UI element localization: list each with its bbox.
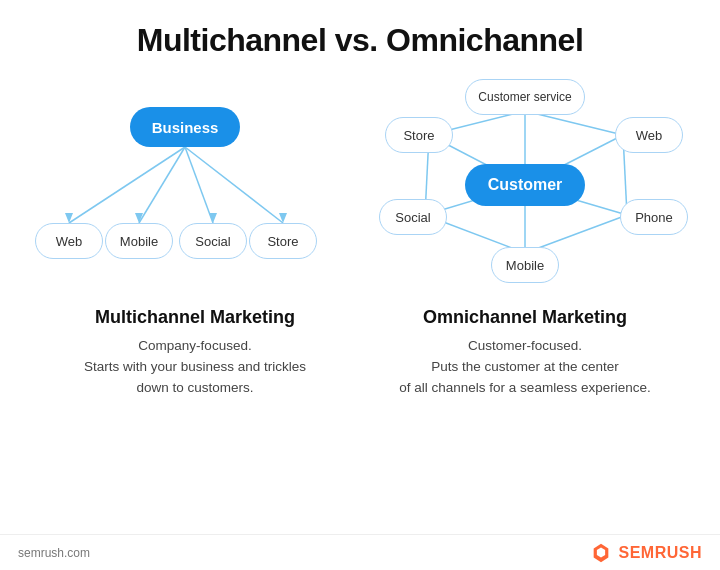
social-node-omni: Social xyxy=(379,199,447,235)
business-node: Business xyxy=(130,107,240,147)
footer: semrush.com SEMRUSH xyxy=(0,534,720,570)
omnichannel-desc: Customer-focused.Puts the customer at th… xyxy=(375,336,675,399)
svg-marker-5 xyxy=(135,213,143,223)
svg-marker-6 xyxy=(209,213,217,223)
labels-row: Multichannel Marketing Company-focused.S… xyxy=(0,295,720,399)
multichannel-label: Multichannel Marketing Company-focused.S… xyxy=(45,307,345,399)
page-title: Multichannel vs. Omnichannel xyxy=(0,0,720,75)
store-node-multi: Store xyxy=(249,223,317,259)
customer-node: Customer xyxy=(465,164,585,206)
omnichannel-label: Omnichannel Marketing Customer-focused.P… xyxy=(375,307,675,399)
web-node-omni: Web xyxy=(615,117,683,153)
omnichannel-title: Omnichannel Marketing xyxy=(375,307,675,328)
semrush-logo: SEMRUSH xyxy=(590,542,702,564)
mobile-node-multi: Mobile xyxy=(105,223,173,259)
svg-line-3 xyxy=(185,147,283,223)
phone-node: Phone xyxy=(620,199,688,235)
web-node-multi: Web xyxy=(35,223,103,259)
multichannel-diagram: Business Web Mobile Social Store xyxy=(35,75,335,295)
multichannel-desc: Company-focused.Starts with your busines… xyxy=(45,336,345,399)
semrush-text: SEMRUSH xyxy=(618,544,702,562)
customer-service-node: Customer service xyxy=(465,79,585,115)
diagrams-row: Business Web Mobile Social Store xyxy=(0,75,720,295)
multichannel-title: Multichannel Marketing xyxy=(45,307,345,328)
svg-line-1 xyxy=(139,147,185,223)
store-node-omni: Store xyxy=(385,117,453,153)
svg-marker-4 xyxy=(65,213,73,223)
svg-marker-7 xyxy=(279,213,287,223)
omnichannel-diagram: Customer Customer service Web Phone Mobi… xyxy=(365,75,685,295)
mobile-node-omni: Mobile xyxy=(491,247,559,283)
social-node-multi: Social xyxy=(179,223,247,259)
svg-line-0 xyxy=(69,147,185,223)
footer-url: semrush.com xyxy=(18,546,90,560)
semrush-icon xyxy=(590,542,612,564)
svg-line-2 xyxy=(185,147,213,223)
